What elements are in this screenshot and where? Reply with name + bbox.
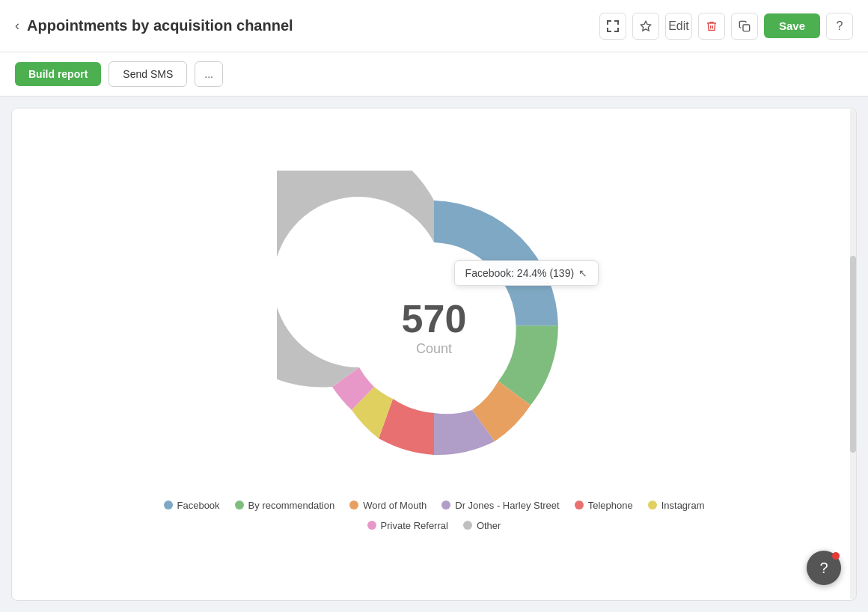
legend-dot-instagram: [648, 501, 657, 510]
legend-item-private-referral: Private Referral: [367, 520, 448, 531]
legend-dot-telephone: [575, 501, 584, 510]
legend-dot-dr-jones: [441, 501, 450, 510]
star-button[interactable]: [632, 13, 659, 40]
edit-button[interactable]: Edit: [665, 13, 692, 40]
legend-label-by-recommendation: By recommendation: [248, 500, 335, 511]
help-button[interactable]: ?: [807, 551, 841, 585]
save-button[interactable]: Save: [764, 13, 820, 38]
legend-dot-word-of-mouth: [349, 501, 358, 510]
donut-chart: 570 Count Facebook: 24.4% (139) ↖: [277, 171, 591, 485]
legend-label-instagram: Instagram: [661, 500, 705, 511]
more-options-button[interactable]: ...: [195, 61, 223, 87]
legend-label-facebook: Facebook: [177, 500, 220, 511]
header-left: ‹ Appointments by acquisition channel: [15, 17, 293, 34]
legend-label-private-referral: Private Referral: [381, 520, 448, 531]
build-report-button[interactable]: Build report: [15, 62, 101, 86]
resize-button[interactable]: [599, 13, 626, 40]
donut-hole: [352, 246, 516, 409]
legend-label-telephone: Telephone: [588, 500, 633, 511]
legend-item-instagram: Instagram: [648, 500, 705, 511]
legend-label-word-of-mouth: Word of Mouth: [363, 500, 427, 511]
scrollbar[interactable]: [850, 108, 856, 600]
legend-item-dr-jones: Dr Jones - Harley Street: [441, 500, 559, 511]
send-sms-button[interactable]: Send SMS: [109, 61, 187, 87]
legend-dot-other: [463, 521, 472, 530]
back-button[interactable]: ‹: [15, 18, 19, 34]
legend-label-other: Other: [477, 520, 501, 531]
svg-marker-0: [641, 21, 650, 31]
legend-item-telephone: Telephone: [575, 500, 633, 511]
legend-item-facebook: Facebook: [164, 500, 220, 511]
delete-button[interactable]: [698, 13, 725, 40]
help-notification-dot: [832, 552, 840, 560]
legend-dot-private-referral: [367, 521, 376, 530]
legend-dot-facebook: [164, 501, 173, 510]
legend-item-word-of-mouth: Word of Mouth: [349, 500, 427, 511]
legend-dot-by-recommendation: [235, 501, 244, 510]
chart-svg: [277, 171, 591, 485]
app-container: ‹ Appointments by acquisition channel Ed…: [0, 0, 868, 612]
toolbar: Build report Send SMS ...: [0, 52, 868, 97]
svg-rect-1: [743, 25, 750, 31]
page-title: Appointments by acquisition channel: [27, 17, 293, 34]
legend-item-by-recommendation: By recommendation: [235, 500, 335, 511]
header-actions: Edit Save ?: [599, 13, 853, 40]
legend-label-dr-jones: Dr Jones - Harley Street: [455, 500, 559, 511]
header: ‹ Appointments by acquisition channel Ed…: [0, 0, 868, 52]
help-header-button[interactable]: ?: [826, 13, 853, 40]
legend-item-other: Other: [463, 520, 501, 531]
main-content: 570 Count Facebook: 24.4% (139) ↖ Facebo…: [11, 108, 857, 601]
scrollbar-thumb[interactable]: [850, 256, 856, 453]
copy-button[interactable]: [731, 13, 758, 40]
chart-legend: Facebook By recommendation Word of Mouth…: [97, 500, 771, 539]
